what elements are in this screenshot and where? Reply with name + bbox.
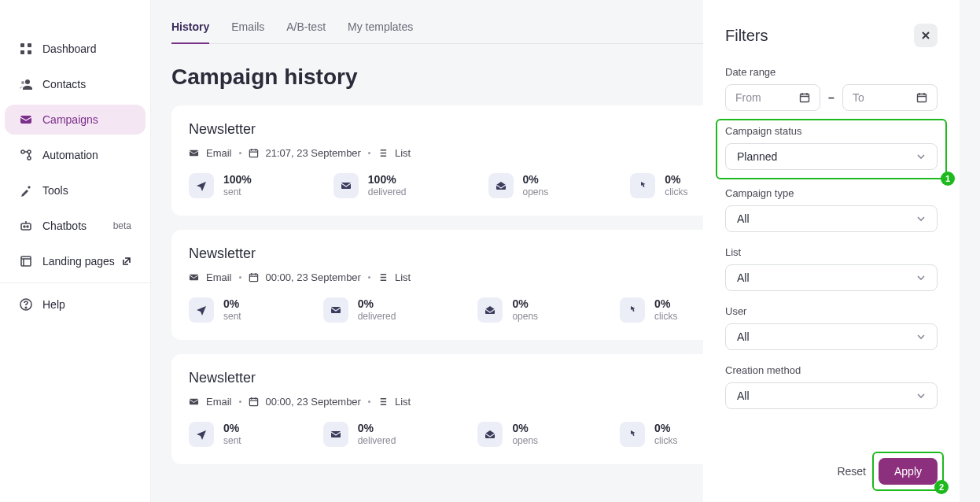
chevron-down-icon xyxy=(916,391,926,400)
filter-label-date: Date range xyxy=(725,66,938,78)
stat-label: sent xyxy=(223,311,241,322)
svg-rect-20 xyxy=(190,275,198,280)
clicks-icon xyxy=(620,422,645,447)
stat-sent: 0% sent xyxy=(189,297,241,323)
list-select[interactable]: All xyxy=(725,264,938,291)
date-from-input[interactable]: From xyxy=(725,84,820,111)
stat-value: 0% xyxy=(654,422,677,435)
sidebar-item-chatbots[interactable]: Chatbots beta xyxy=(5,211,146,241)
stat-value: 100% xyxy=(223,173,252,186)
filter-date-range: Date range From – To xyxy=(725,66,938,111)
stat-sent: 0% sent xyxy=(189,422,241,447)
tools-icon xyxy=(19,183,33,197)
filter-footer: Reset Apply 2 xyxy=(725,458,938,485)
stat-sent: 100% sent xyxy=(189,173,252,198)
calendar-icon xyxy=(916,92,927,103)
sidebar-item-tools[interactable]: Tools xyxy=(5,175,146,205)
svg-rect-26 xyxy=(801,94,809,102)
stat-label: clicks xyxy=(654,311,677,322)
stat-clicks: 0% clicks xyxy=(630,173,687,198)
calendar-icon xyxy=(249,148,259,158)
svg-point-9 xyxy=(28,157,31,160)
annotation-box-1: Campaign status Planned 1 xyxy=(716,119,947,179)
campaign-list-name: List xyxy=(395,147,411,159)
clicks-icon xyxy=(620,297,645,323)
date-dash: – xyxy=(828,91,834,104)
date-to-input[interactable]: To xyxy=(842,84,938,111)
help-icon xyxy=(19,297,33,312)
delivered-icon xyxy=(323,422,348,447)
sidebar-item-campaigns[interactable]: Campaigns xyxy=(5,105,146,135)
stat-delivered: 0% delivered xyxy=(323,422,396,447)
tab-history[interactable]: History xyxy=(171,20,209,44)
stat-value: 0% xyxy=(512,422,538,435)
stat-label: opens xyxy=(512,435,538,446)
svg-rect-23 xyxy=(190,399,198,404)
filter-label-creation: Creation method xyxy=(725,364,938,376)
chevron-down-icon xyxy=(916,214,926,223)
close-button[interactable] xyxy=(914,24,938,47)
campaign-type: Email xyxy=(206,147,232,159)
sidebar-item-label: Campaigns xyxy=(42,113,98,126)
svg-rect-0 xyxy=(20,43,24,47)
chatbots-icon xyxy=(19,219,33,233)
sidebar-item-landing-pages[interactable]: Landing pages xyxy=(5,246,146,276)
delivered-icon xyxy=(333,173,359,198)
filter-label-type: Campaign type xyxy=(725,187,938,199)
sidebar-item-label: Landing pages xyxy=(42,255,115,268)
campaigns-icon xyxy=(19,113,33,127)
stat-value: 0% xyxy=(654,297,677,311)
user-select[interactable]: All xyxy=(725,323,938,350)
campaign-date: 21:07, 23 September xyxy=(266,147,361,159)
svg-rect-18 xyxy=(249,149,257,157)
sidebar-item-contacts[interactable]: Contacts xyxy=(5,69,146,99)
external-icon xyxy=(122,257,131,266)
svg-point-15 xyxy=(25,307,27,308)
sidebar-item-dashboard[interactable]: Dashboard xyxy=(5,34,146,64)
stat-label: sent xyxy=(223,186,252,197)
tab-abtest[interactable]: A/B-test xyxy=(286,20,326,43)
chevron-down-icon xyxy=(916,332,926,341)
sidebar-item-label: Contacts xyxy=(42,78,86,90)
svg-rect-27 xyxy=(917,94,926,102)
sent-icon xyxy=(189,422,214,447)
reset-button[interactable]: Reset xyxy=(837,465,866,478)
stat-value: 0% xyxy=(512,297,538,311)
campaign-status-select[interactable]: Planned xyxy=(725,143,938,170)
sidebar: Dashboard Contacts Campaigns Automation … xyxy=(0,0,151,502)
svg-point-7 xyxy=(21,150,24,153)
sidebar-item-label: Dashboard xyxy=(42,42,97,55)
filter-label-list: List xyxy=(725,246,938,258)
svg-rect-3 xyxy=(28,50,31,54)
svg-rect-10 xyxy=(21,223,31,230)
contacts-icon xyxy=(19,77,33,91)
landing-icon xyxy=(19,254,33,268)
email-icon xyxy=(189,148,199,158)
stat-opens: 0% opens xyxy=(488,173,549,198)
sent-icon xyxy=(189,173,214,198)
stat-label: delivered xyxy=(358,311,396,322)
tab-emails[interactable]: Emails xyxy=(231,20,264,43)
svg-point-12 xyxy=(27,226,28,227)
campaign-type-select[interactable]: All xyxy=(725,205,938,232)
stat-label: opens xyxy=(523,186,549,197)
chevron-down-icon xyxy=(916,152,926,161)
filter-title: Filters xyxy=(725,27,768,45)
stat-clicks: 0% clicks xyxy=(620,422,677,447)
svg-rect-19 xyxy=(341,183,351,189)
svg-point-11 xyxy=(24,226,25,227)
svg-point-5 xyxy=(21,81,24,84)
sidebar-item-help[interactable]: Help xyxy=(5,290,146,319)
stat-value: 0% xyxy=(665,173,687,186)
apply-button[interactable]: Apply xyxy=(879,458,938,485)
annotation-badge-2: 2 xyxy=(934,480,949,494)
filter-panel: Filters Date range From – To Campaign st… xyxy=(703,0,960,502)
sent-icon xyxy=(189,297,214,323)
close-icon xyxy=(922,31,930,39)
sidebar-item-automation[interactable]: Automation xyxy=(5,140,146,170)
tab-templates[interactable]: My templates xyxy=(348,20,413,43)
creation-method-select[interactable]: All xyxy=(725,382,938,409)
filter-creation-method: Creation method All xyxy=(725,364,938,409)
svg-rect-24 xyxy=(249,398,257,405)
svg-rect-1 xyxy=(28,43,31,47)
